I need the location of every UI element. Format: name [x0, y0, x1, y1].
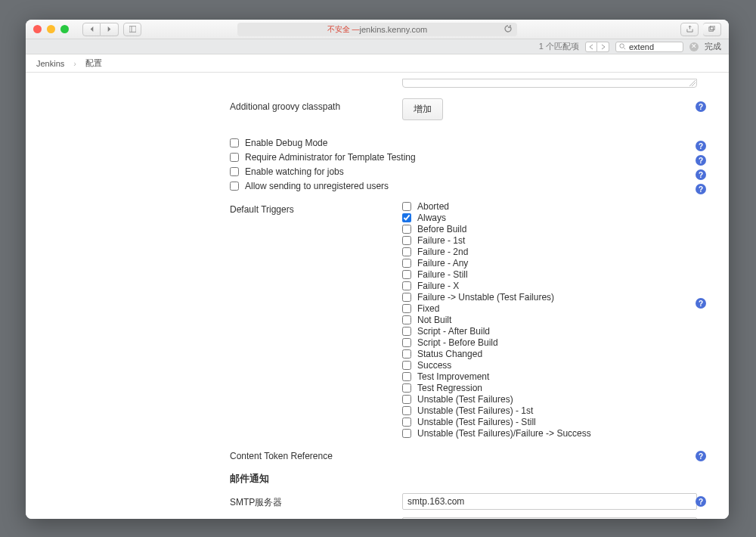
trigger-checkbox[interactable] [402, 406, 411, 415]
trigger-row: Test Improvement [402, 371, 706, 382]
find-match-count: 1 个匹配项 [539, 41, 579, 52]
trigger-checkbox[interactable] [402, 247, 411, 256]
tabs-button[interactable] [703, 23, 721, 36]
trigger-label: Success [417, 360, 451, 371]
find-done-button[interactable]: 完成 [705, 41, 721, 52]
svg-rect-3 [711, 26, 714, 29]
trigger-label: Unstable (Test Failures) [417, 394, 513, 405]
trigger-row: Failure -> Unstable (Test Failures) [402, 292, 706, 303]
sidebar-toggle-button[interactable] [123, 23, 141, 36]
trigger-label: Status Changed [417, 349, 482, 359]
find-clear-button[interactable]: ✕ [689, 42, 699, 51]
label-additional-classpath: Additional groovy classpath [230, 98, 402, 112]
smtp-server-input[interactable] [402, 493, 697, 510]
trigger-label: Failure -> Unstable (Test Failures) [417, 292, 554, 303]
label-enable-debug: Enable Debug Mode [245, 138, 327, 148]
trigger-checkbox[interactable] [402, 383, 411, 393]
trigger-checkbox[interactable] [402, 349, 411, 359]
trigger-row: Failure - X [402, 281, 706, 291]
trigger-checkbox[interactable] [402, 202, 411, 211]
trigger-row: Fixed [402, 303, 706, 314]
help-icon[interactable]: ? [696, 451, 706, 461]
label-content-token-ref: Content Token Reference [230, 448, 402, 461]
help-icon[interactable]: ? [696, 169, 706, 180]
trigger-row: Before Build [402, 224, 706, 234]
trigger-label: Aborted [417, 201, 449, 212]
enable-watching-checkbox[interactable] [230, 167, 239, 176]
trigger-row: Failure - Still [402, 269, 706, 280]
label-require-admin: Require Administrator for Template Testi… [245, 152, 416, 163]
find-prev-button[interactable] [585, 42, 597, 52]
zoom-window-button[interactable] [60, 25, 69, 33]
trigger-checkbox[interactable] [402, 395, 411, 404]
trigger-label: Unstable (Test Failures)/Failure -> Succ… [417, 428, 591, 439]
crumb-root[interactable]: Jenkins [36, 59, 64, 68]
trigger-label: Not Built [417, 315, 451, 325]
trigger-label: Test Improvement [417, 371, 489, 382]
crumb-page[interactable]: 配置 [85, 57, 102, 69]
trigger-label: Failure - Any [417, 258, 468, 268]
groovy-script-textarea[interactable] [402, 79, 697, 88]
trigger-checkbox[interactable] [402, 304, 411, 313]
find-bar: 1 个匹配项 extend ✕ 完成 [26, 39, 729, 54]
trigger-checkbox[interactable] [402, 417, 411, 427]
config-form: Additional groovy classpath 增加 ? Enable … [230, 73, 729, 519]
trigger-row: Failure - 1st [402, 235, 706, 246]
minimize-window-button[interactable] [47, 25, 55, 33]
trigger-row: Unstable (Test Failures) - 1st [402, 405, 706, 416]
trigger-checkbox[interactable] [402, 259, 411, 268]
trigger-row: Failure - 2nd [402, 247, 706, 257]
help-icon[interactable]: ? [696, 155, 706, 166]
trigger-row: Unstable (Test Failures)/Failure -> Succ… [402, 428, 706, 439]
trigger-label: Script - Before Build [417, 337, 498, 348]
trigger-row: Not Built [402, 315, 706, 325]
trigger-checkbox[interactable] [402, 270, 411, 279]
chevron-right-icon: › [73, 59, 76, 68]
trigger-checkbox[interactable] [402, 293, 411, 302]
help-icon[interactable]: ? [696, 298, 706, 309]
trigger-checkbox[interactable] [402, 236, 411, 245]
default-suffix-input[interactable] [402, 517, 697, 519]
content-scroll[interactable]: Additional groovy classpath 增加 ? Enable … [26, 73, 729, 519]
help-icon[interactable]: ? [696, 184, 706, 194]
trigger-checkbox[interactable] [402, 315, 411, 324]
section-mail-notification: 邮件通知 [230, 472, 706, 486]
close-window-button[interactable] [33, 25, 42, 33]
trigger-checkbox[interactable] [402, 213, 411, 222]
require-admin-checkbox[interactable] [230, 153, 239, 162]
trigger-label: Failure - Still [417, 269, 468, 280]
add-classpath-button[interactable]: 增加 [402, 98, 443, 120]
trigger-label: Unstable (Test Failures) - 1st [417, 405, 533, 416]
find-next-button[interactable] [597, 42, 609, 52]
trigger-label: Script - After Build [417, 326, 490, 337]
label-default-triggers: Default Triggers [230, 201, 402, 215]
help-icon[interactable]: ? [696, 101, 706, 112]
trigger-label: Failure - 1st [417, 235, 465, 246]
allow-unregistered-checkbox[interactable] [230, 182, 239, 191]
trigger-checkbox[interactable] [402, 327, 411, 336]
help-icon[interactable]: ? [696, 496, 706, 507]
reload-icon[interactable] [503, 24, 513, 35]
trigger-checkbox[interactable] [402, 225, 411, 234]
address-bar[interactable]: 不安全 — jenkins.kenny.com [237, 23, 517, 36]
find-input-wrapper[interactable]: extend [615, 42, 683, 52]
trigger-row: Test Regression [402, 383, 706, 393]
help-icon[interactable]: ? [696, 141, 706, 151]
trigger-checkbox[interactable] [402, 361, 411, 370]
trigger-checkbox[interactable] [402, 372, 411, 381]
trigger-checkbox[interactable] [402, 429, 411, 438]
trigger-row: Status Changed [402, 349, 706, 359]
trigger-row: Unstable (Test Failures) - Still [402, 417, 706, 427]
traffic-lights [33, 25, 69, 33]
toolbar-right [680, 23, 721, 36]
trigger-row: Success [402, 360, 706, 371]
nav-back-forward [82, 23, 119, 36]
enable-debug-checkbox[interactable] [230, 138, 239, 147]
trigger-checkbox[interactable] [402, 281, 411, 290]
trigger-label: Always [417, 213, 446, 223]
svg-line-5 [624, 48, 625, 49]
trigger-checkbox[interactable] [402, 338, 411, 347]
forward-button[interactable] [101, 23, 119, 36]
share-button[interactable] [680, 23, 699, 36]
back-button[interactable] [82, 23, 101, 36]
